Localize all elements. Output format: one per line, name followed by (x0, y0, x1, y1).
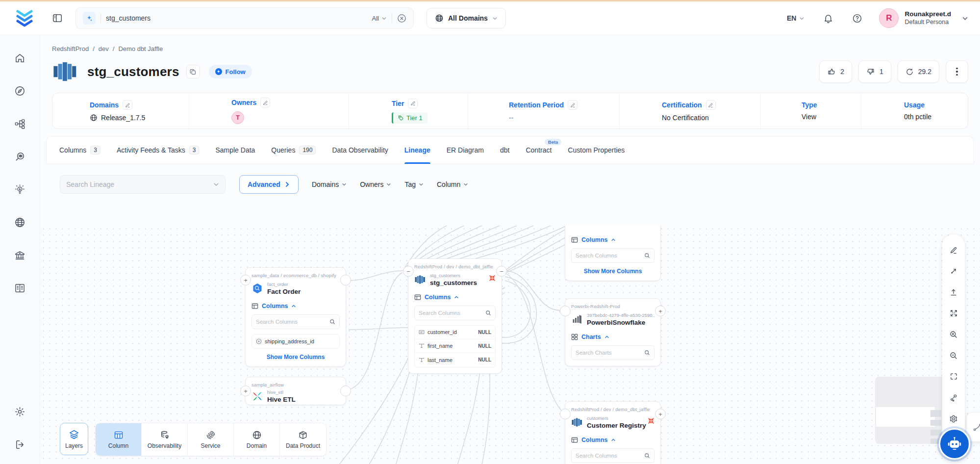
show-more-columns-link[interactable]: Show More Columns (571, 268, 654, 275)
lineage-node-hive-etl[interactable]: + sample_airflow hive_etl Hive ETL (245, 377, 346, 405)
logout-icon[interactable] (9, 434, 31, 455)
node-title[interactable]: PowerbiSnowflake (587, 318, 654, 327)
columns-section-toggle[interactable]: Columns (414, 294, 496, 301)
search-scope-dropdown[interactable]: All (372, 15, 387, 22)
expand-upstream-button[interactable]: + (240, 386, 251, 396)
search-columns-input[interactable] (256, 319, 329, 325)
edit-domains-icon[interactable] (123, 100, 132, 110)
search-charts-input[interactable] (576, 350, 644, 356)
more-options-button[interactable] (946, 60, 968, 83)
charts-section-toggle[interactable]: Charts (571, 334, 654, 340)
node-title[interactable]: Customer Registry (587, 421, 644, 430)
search-columns-box[interactable] (571, 448, 654, 463)
tab-sample-data[interactable]: Sample Data (215, 136, 255, 164)
search-columns-box[interactable] (414, 306, 496, 320)
column-row[interactable]: shipping_address_id (252, 335, 339, 348)
help-icon[interactable] (852, 13, 862, 24)
edit-owners-icon[interactable] (260, 98, 270, 107)
user-menu-chevron-icon[interactable] (962, 15, 968, 22)
explore-compass-icon[interactable] (9, 80, 31, 102)
columns-section-toggle[interactable]: Columns (571, 236, 654, 243)
lineage-node-partial-top[interactable]: Columns Show More Columns (565, 226, 661, 281)
edit-certification-icon[interactable] (706, 100, 716, 110)
fit-view-button[interactable] (942, 366, 965, 387)
tab-data-observability[interactable]: Data Observability (332, 136, 388, 164)
language-selector[interactable]: EN (787, 14, 804, 22)
tab-dbt[interactable]: dbt (500, 136, 509, 164)
node-port[interactable] (560, 306, 571, 316)
mode-data-product-button[interactable]: Data Product (280, 423, 326, 456)
fullscreen-expand-button[interactable] (942, 303, 965, 324)
settings-gear-icon[interactable] (9, 401, 31, 422)
show-more-columns-link[interactable]: Show More Columns (251, 354, 340, 361)
edit-retention-icon[interactable] (568, 100, 578, 110)
lineage-node-customer-registry[interactable]: + RedshiftProd / dev / demo_dbt_jaffle c… (565, 401, 661, 464)
search-columns-box[interactable] (571, 248, 654, 263)
all-domains-button[interactable]: All Domains (427, 8, 506, 28)
collapse-downstream-button[interactable]: − (496, 266, 507, 277)
owner-avatar[interactable]: T (231, 111, 244, 124)
expand-upstream-button[interactable]: + (240, 275, 251, 285)
tab-contract[interactable]: ContractBeta (526, 136, 552, 164)
lineage-node-stg-customers[interactable]: − − RedshiftProd / dev / demo_dbt_jaffle… (408, 258, 502, 374)
breadcrumb-item[interactable]: Demo dbt Jaffle (118, 45, 163, 52)
app-logo-icon[interactable] (14, 8, 35, 28)
lineage-graph-icon[interactable] (9, 113, 31, 134)
search-columns-box[interactable] (251, 314, 340, 329)
mode-column-button[interactable]: Column (96, 423, 142, 456)
breadcrumb-item[interactable]: RedshiftProd (52, 45, 89, 52)
edit-tier-icon[interactable] (408, 99, 418, 108)
tab-custom-properties[interactable]: Custom Properties (568, 136, 625, 164)
mode-domain-button[interactable]: Domain (234, 423, 280, 456)
expand-downstream-button[interactable]: + (655, 306, 666, 316)
remove-node-icon[interactable] (489, 275, 496, 282)
global-search-bar[interactable]: All (75, 7, 414, 29)
layers-button[interactable]: Layers (60, 423, 88, 455)
filter-owners-dropdown[interactable]: Owners (360, 180, 391, 188)
notifications-bell-icon[interactable] (823, 13, 833, 24)
column-row[interactable]: customer_id NULL (415, 326, 495, 339)
mode-observability-button[interactable]: Observability (142, 423, 188, 456)
tab-columns[interactable]: Columns3 (59, 136, 101, 164)
search-columns-input[interactable] (576, 453, 644, 459)
global-search-input[interactable] (106, 14, 367, 22)
node-title[interactable]: Hive ETL (267, 395, 340, 404)
insights-bulb-icon[interactable] (9, 179, 31, 200)
filter-tag-dropdown[interactable]: Tag (404, 180, 424, 188)
lineage-search-select[interactable] (60, 175, 226, 194)
tab-lineage[interactable]: Lineage (404, 136, 430, 164)
search-columns-input[interactable] (576, 253, 644, 258)
search-charts-box[interactable] (571, 345, 654, 360)
columns-section-toggle[interactable]: Columns (251, 303, 340, 309)
glossary-book-icon[interactable] (9, 277, 31, 299)
lineage-settings-gear-icon[interactable] (942, 408, 965, 429)
columns-section-toggle[interactable]: Columns (571, 437, 654, 443)
zoom-out-icon[interactable] (942, 345, 965, 366)
tab-queries[interactable]: Queries190 (271, 136, 316, 164)
governance-bank-icon[interactable] (9, 244, 31, 266)
node-port[interactable] (340, 275, 351, 285)
copy-name-icon[interactable] (186, 65, 200, 78)
mode-service-button[interactable]: Service (188, 423, 234, 456)
domains-value[interactable]: Release_1.7.5 (101, 114, 145, 122)
lineage-search-input[interactable] (66, 180, 213, 188)
node-port[interactable] (340, 386, 351, 396)
lineage-canvas[interactable]: Columns Show More Columns + sample_data … (40, 226, 980, 464)
zoom-in-icon[interactable] (942, 324, 965, 345)
advanced-lineage-button[interactable]: Advanced (239, 175, 299, 194)
follow-button[interactable]: ✦ Follow (209, 65, 252, 78)
user-info[interactable]: Rounakpreet.d Default Persona (905, 10, 951, 26)
ai-chatbot-button[interactable] (939, 428, 970, 460)
lineage-node-fact-order[interactable]: + sample_data / ecommerce_db / shopify f… (245, 267, 346, 367)
upvote-button[interactable]: 2 (819, 60, 852, 83)
node-title[interactable]: stg_customers (430, 279, 485, 287)
link-nodes-button[interactable] (942, 387, 965, 408)
expand-downstream-button[interactable]: + (655, 409, 666, 419)
collapse-upstream-button[interactable]: − (403, 266, 414, 277)
clear-search-icon[interactable] (397, 14, 406, 23)
user-avatar[interactable]: R (879, 8, 899, 28)
search-columns-input[interactable] (419, 310, 485, 316)
remove-node-icon[interactable] (648, 417, 654, 424)
observability-search-icon[interactable] (9, 146, 31, 167)
downvote-button[interactable]: 1 (858, 60, 891, 83)
